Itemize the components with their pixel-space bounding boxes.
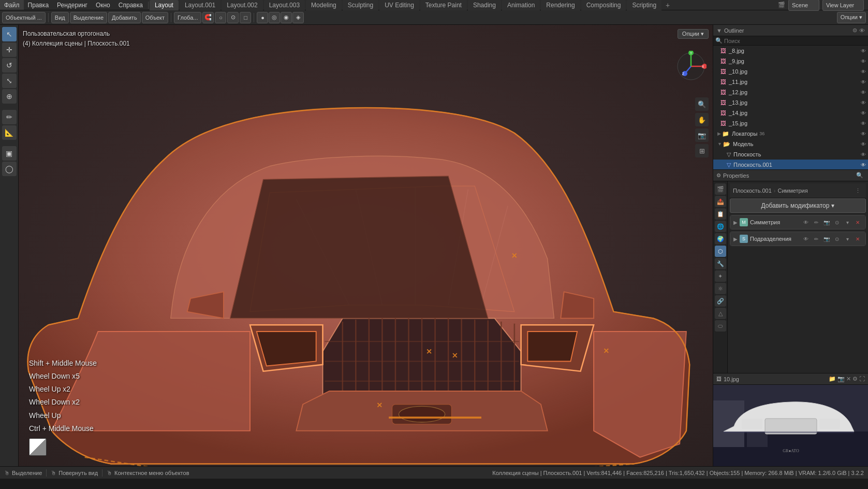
- props-search-icon[interactable]: 🔍: [855, 170, 865, 181]
- viewport-3d[interactable]: Пользовательская ортогональ (4) Коллекци…: [19, 25, 713, 466]
- cursor-tool[interactable]: ↖: [2, 27, 17, 41]
- add-tab-button[interactable]: +: [663, 0, 673, 10]
- scene-selector[interactable]: Scene: [788, 0, 819, 11]
- modifier-visibility-icon[interactable]: 👁: [801, 218, 811, 227]
- breadcrumb-modifier[interactable]: Симметрия: [777, 188, 807, 194]
- object-menu[interactable]: Объект: [142, 12, 168, 23]
- solid-shading[interactable]: ●: [257, 12, 268, 23]
- xray-toggle[interactable]: □: [240, 12, 251, 23]
- add-modifier-button[interactable]: Добавить модификатор ▾: [730, 198, 866, 213]
- list-item[interactable]: ▼ 📂 Модель 👁: [713, 139, 868, 149]
- transform-global[interactable]: Глоба...: [174, 12, 201, 23]
- view-menu[interactable]: Вид: [51, 12, 69, 23]
- color-swatch[interactable]: [29, 438, 47, 456]
- annotate-tool[interactable]: ✏: [2, 110, 17, 124]
- list-item[interactable]: 🖼 _11.jpg 👁: [713, 77, 868, 87]
- tab-layout001[interactable]: Layout.001: [180, 0, 220, 10]
- modifier-visibility-icon2[interactable]: 👁: [801, 234, 811, 243]
- camera-nav-icon[interactable]: 📷: [695, 128, 709, 142]
- constraints-props-btn[interactable]: 🔗: [715, 295, 726, 307]
- modifier-close-button[interactable]: ✕: [853, 218, 862, 227]
- preview-close-icon[interactable]: ✕: [846, 376, 851, 382]
- move-tool[interactable]: ✛: [2, 42, 17, 57]
- tab-uv-editing[interactable]: UV Editing: [379, 0, 419, 10]
- list-item-selected[interactable]: ▽ Плоскость.001 👁: [713, 160, 868, 169]
- viewport-options-button[interactable]: Опции ▾: [678, 29, 709, 39]
- list-item[interactable]: 🖼 _10.jpg 👁: [713, 66, 868, 77]
- modifier-render-icon2[interactable]: 📷: [822, 234, 831, 243]
- list-item[interactable]: ▶ 📁 Локаторы 36 👁: [713, 128, 868, 139]
- view-layer-selector[interactable]: View Layer: [822, 0, 864, 11]
- view-layer-props-btn[interactable]: 📋: [715, 208, 726, 220]
- material-props-btn[interactable]: ⬭: [715, 320, 726, 332]
- pan-icon[interactable]: ✋: [695, 113, 709, 126]
- tab-modeling[interactable]: Modeling: [306, 0, 342, 10]
- measure-tool[interactable]: 📐: [2, 125, 17, 140]
- menu-help[interactable]: Справка: [114, 0, 147, 10]
- menu-edit[interactable]: Правка: [24, 0, 53, 10]
- output-props-btn[interactable]: 📤: [715, 196, 726, 207]
- list-item[interactable]: ▽ Плоскость 👁: [713, 149, 868, 160]
- eevee-shading[interactable]: ◈: [292, 12, 304, 23]
- tab-sculpting[interactable]: Sculpting: [343, 0, 378, 10]
- tab-animation[interactable]: Animation: [502, 0, 540, 10]
- list-item[interactable]: 🖼 _13.jpg 👁: [713, 97, 868, 108]
- preview-settings-icon[interactable]: ⚙: [852, 376, 858, 382]
- modifier-render-icon[interactable]: 📷: [822, 218, 831, 227]
- modifier-edit-icon[interactable]: ✏: [812, 218, 821, 227]
- select-menu[interactable]: Выделение: [70, 12, 107, 23]
- modifier-symmetry-header[interactable]: ▶ M Симметрия 👁 ✏ 📷 ⊙ ▾ ✕: [730, 215, 865, 229]
- options-btn[interactable]: Опции ▾: [837, 12, 866, 23]
- breadcrumb-options-icon[interactable]: ⋮: [852, 185, 863, 196]
- preview-fullscreen-icon[interactable]: ⛶: [859, 376, 865, 382]
- menu-window[interactable]: Окно: [92, 0, 114, 10]
- physics-props-btn[interactable]: ⚛: [715, 283, 726, 294]
- grid-nav-icon[interactable]: ⊞: [695, 144, 709, 157]
- mode-selector[interactable]: Объектный ...: [2, 12, 46, 23]
- circle-select-tool[interactable]: ◯: [2, 162, 17, 176]
- modifier-props-btn[interactable]: 🔧: [715, 258, 726, 269]
- menu-render[interactable]: Рендеринг: [53, 0, 92, 10]
- modifier-settings-icon2[interactable]: ▾: [843, 234, 852, 243]
- tab-texture-paint[interactable]: Texture Paint: [420, 0, 467, 10]
- material-shading[interactable]: ◎: [269, 12, 280, 23]
- list-item[interactable]: 🖼 _14.jpg 👁: [713, 108, 868, 118]
- list-item[interactable]: 🖼 _9.jpg 👁: [713, 56, 868, 66]
- scale-tool[interactable]: ⤡: [2, 74, 17, 88]
- tab-layout[interactable]: Layout: [150, 0, 179, 10]
- filter-icon[interactable]: ⊜: [852, 27, 857, 34]
- list-item[interactable]: 🖼 _12.jpg 👁: [713, 87, 868, 97]
- tab-compositing[interactable]: Compositing: [581, 0, 626, 10]
- modifier-close-button2[interactable]: ✕: [853, 234, 862, 243]
- visibility-icon[interactable]: 👁: [859, 27, 865, 34]
- tab-shading[interactable]: Shading: [468, 0, 501, 10]
- zoom-in-icon[interactable]: 🔍: [695, 97, 709, 111]
- modifier-settings-icon[interactable]: ▾: [843, 218, 852, 227]
- rotate-tool[interactable]: ↺: [2, 58, 17, 73]
- outliner-search-input[interactable]: [724, 38, 866, 44]
- preview-camera-icon[interactable]: 📷: [837, 376, 845, 382]
- list-item[interactable]: 🖼 _15.jpg 👁: [713, 118, 868, 128]
- list-item[interactable]: 🖼 _8.jpg 👁: [713, 46, 868, 56]
- tab-rendering[interactable]: Rendering: [541, 0, 580, 10]
- breadcrumb-object[interactable]: Плоскость.001: [733, 188, 772, 194]
- rendered-shading[interactable]: ◉: [281, 12, 292, 23]
- scene-props-btn[interactable]: 🌐: [715, 221, 726, 232]
- particles-props-btn[interactable]: ✦: [715, 270, 726, 282]
- world-props-btn[interactable]: 🌍: [715, 233, 726, 244]
- transform-tool[interactable]: ⊕: [2, 89, 17, 104]
- tab-layout002[interactable]: Layout.002: [222, 0, 262, 10]
- render-props-btn[interactable]: 🎬: [715, 183, 726, 195]
- modifier-subdivide-header[interactable]: ▶ S Подразделения 👁 ✏ 📷 ⊙ ▾ ✕: [730, 232, 865, 246]
- preview-folder-icon[interactable]: 📁: [829, 376, 836, 382]
- tab-scripting[interactable]: Scripting: [627, 0, 661, 10]
- modifier-edit-icon2[interactable]: ✏: [812, 234, 821, 243]
- snap-toggle[interactable]: 🧲: [202, 12, 214, 23]
- tab-layout003[interactable]: Layout.003: [264, 0, 305, 10]
- viewport-gizmo[interactable]: X Y Z: [675, 51, 707, 82]
- modifier-realtime-icon[interactable]: ⊙: [832, 218, 842, 227]
- proportional-edit[interactable]: ○: [215, 12, 226, 23]
- object-props-btn[interactable]: ⬡: [715, 246, 726, 257]
- modifier-realtime-icon2[interactable]: ⊙: [832, 234, 842, 243]
- box-select-tool[interactable]: ▣: [2, 146, 17, 161]
